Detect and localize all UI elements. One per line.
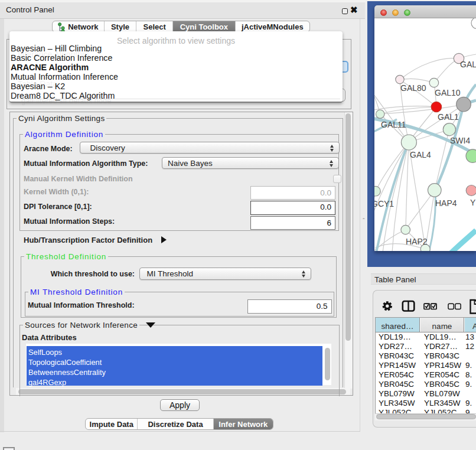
svg-text:Y: Y [470, 198, 476, 207]
svg-text:GAL10: GAL10 [435, 88, 461, 97]
svg-text:HAP2: HAP2 [406, 237, 428, 246]
svg-text:SWI4: SWI4 [450, 136, 470, 145]
svg-text:HAP4: HAP4 [435, 198, 457, 208]
svg-text:GAL80: GAL80 [400, 83, 426, 93]
svg-text:GAL11: GAL11 [381, 120, 406, 129]
svg-text:GAL4: GAL4 [410, 150, 431, 159]
svg-text:GCY1: GCY1 [374, 199, 394, 208]
svg-text:GAL1: GAL1 [438, 112, 459, 122]
svg-text:GAL2: GAL2 [460, 60, 476, 69]
